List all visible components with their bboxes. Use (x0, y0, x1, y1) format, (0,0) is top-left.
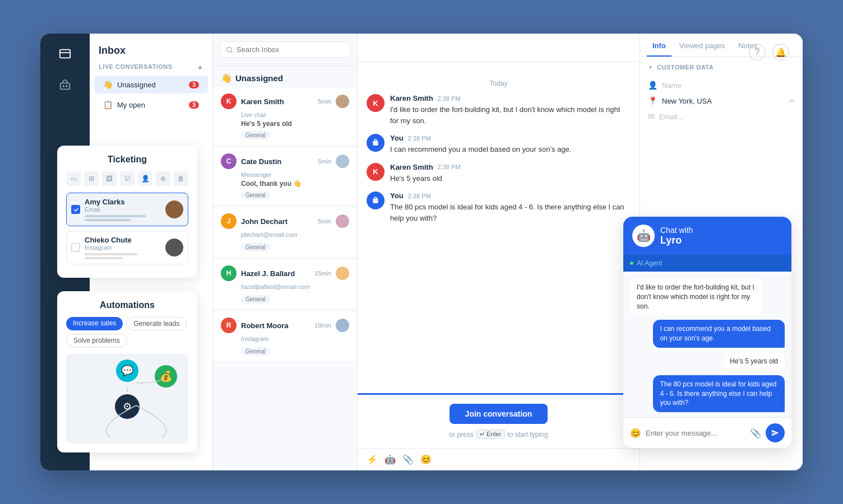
search-input[interactable] (237, 45, 344, 54)
chat-time-2: 2:38 PM (408, 135, 431, 142)
ticket-name-1: Amy Clarks (85, 198, 161, 206)
conv-time-5: 18min (314, 322, 331, 329)
header-icons: ? 🔔 (749, 44, 789, 60)
conv-item-5[interactable]: R Robert Moora 18min Instagram General (213, 312, 357, 362)
conv-tag-4: General (241, 295, 270, 304)
ticket-avatar-1 (165, 200, 183, 218)
conv-tag-5: General (241, 347, 270, 356)
ticket-tool-1[interactable]: ▭ (66, 171, 81, 186)
conv-source-4: hazeljballard@email.com (221, 283, 349, 290)
notification-button[interactable]: 🔔 (772, 44, 789, 60)
ticket-tool-2[interactable]: ⊞ (84, 171, 99, 186)
chat-avatar-1: K (367, 94, 385, 112)
chat-toolbar: ⚡ 🤖 📎 😊 (358, 448, 640, 470)
svg-rect-1 (61, 83, 70, 89)
tab-info[interactable]: Info (647, 34, 671, 57)
lyro-widget: 🤖 Chat with Lyro AI Agent I'd like to or… (623, 217, 791, 448)
my-open-label: My open (117, 101, 184, 109)
chat-text-3: He's 5 years old (390, 173, 461, 184)
attachment-icon[interactable]: 📎 (402, 454, 414, 465)
main-container: Inbox LIVE CONVERSATIONS ▲ 👋 Unassigned … (40, 34, 803, 470)
conv-item-2[interactable]: C Cate Dustin 5min Messenger Cool, thank… (213, 148, 357, 206)
conv-item-1[interactable]: K Karen Smith 5min Live chat He's 5 year… (213, 88, 357, 146)
person-icon: 👤 (648, 81, 657, 90)
conv-source-3: jdechart@email.com (221, 231, 349, 238)
ticketing-title: Ticketing (66, 155, 188, 165)
lyro-input-area: 😊 📎 (623, 417, 791, 448)
ticket-checkbox-2 (71, 243, 80, 252)
conv-user-avatar-2 (336, 155, 349, 168)
automations-card: Automations Increase sales Generate lead… (57, 291, 197, 452)
svg-rect-0 (60, 50, 70, 58)
conv-tag-3: General (241, 243, 270, 251)
search-area (213, 34, 357, 66)
location-icon: 📍 (648, 96, 657, 105)
automations-title: Automations (66, 300, 188, 310)
conv-item-3[interactable]: J John Dechart 5min jdechart@email.com G… (213, 208, 357, 258)
chat-sender-2: You (390, 134, 404, 142)
conv-avatar-1: K (221, 94, 237, 109)
tag-solve-problems[interactable]: Solve problems (66, 334, 127, 347)
tag-increase-sales[interactable]: Increase sales (66, 317, 123, 330)
ticket-source-2: Instagram (85, 244, 161, 251)
bot-toolbar-icon[interactable]: 🤖 (385, 454, 396, 465)
chat-msg-4: You 2:38 PM The 80 pcs model is ideal fo… (367, 192, 631, 223)
lyro-emoji-icon[interactable]: 😊 (630, 428, 641, 438)
conv-message-2: Cool, thank you 👋 (221, 180, 349, 188)
conversations-title: Unassigned (235, 73, 283, 83)
ticket-checkbox-1 (71, 205, 80, 214)
ticket-item-2[interactable]: Chieko Chute Instagram (66, 231, 188, 264)
conv-user-avatar-3 (336, 214, 349, 228)
conv-name-1: Karen Smith (241, 97, 313, 106)
lyro-send-button[interactable] (766, 423, 785, 442)
lyro-message-input[interactable] (646, 429, 745, 437)
conv-user-avatar-5 (336, 319, 349, 332)
inbox-icon[interactable] (54, 43, 76, 65)
edit-location-icon[interactable]: ✏ (789, 97, 795, 105)
unassigned-badge: 3 (189, 81, 199, 88)
chat-text-2: I can recommend you a model based on you… (390, 144, 571, 155)
live-conversations-label: LIVE CONVERSATIONS ▲ (90, 63, 212, 74)
inbox-title: Inbox (90, 34, 212, 63)
nav-my-open[interactable]: 📋 My open 3 (94, 96, 208, 114)
ticket-item-1[interactable]: Amy Clarks Email (66, 193, 188, 226)
ticket-tool-3[interactable]: 🖼 (102, 171, 117, 186)
customer-location-field: 📍 New York, USA ✏ (648, 93, 795, 109)
search-icon (226, 46, 233, 54)
automation-tags: Increase sales Generate leads Solve prob… (66, 317, 188, 347)
conv-message-1: He's 5 years old (221, 120, 349, 128)
chat-msg-2: You 2:38 PM I can recommend you a model … (367, 134, 631, 155)
enter-key: ↵ Enter (476, 430, 505, 439)
search-box (220, 41, 350, 58)
lyro-avatar: 🤖 (632, 225, 655, 247)
ticket-tool-5[interactable]: 👤 (138, 171, 152, 186)
chat-sender-4: You (390, 192, 404, 200)
ticket-tool-7[interactable]: 🗑 (174, 171, 188, 186)
customer-name-field: 👤 Name (648, 77, 795, 93)
lyro-agent-label: AI Agent (637, 259, 662, 267)
join-conversation-button[interactable]: Join conversation (450, 404, 548, 424)
ticket-tool-4[interactable]: ☑ (120, 171, 135, 186)
lyro-attachment-icon[interactable]: 📎 (750, 428, 761, 438)
nav-unassigned[interactable]: 👋 Unassigned 3 (94, 76, 208, 94)
conversations-list: 👋 Unassigned K Karen Smith 5min Live cha… (213, 34, 358, 470)
chat-msg-1: K Karen Smith 2:38 PM I'd like to order … (367, 94, 631, 126)
conv-item-4[interactable]: H Hazel J. Ballard 15min hazeljballard@e… (213, 260, 357, 310)
chat-avatar-3: K (367, 163, 385, 181)
chat-header (358, 34, 640, 62)
tag-generate-leads[interactable]: Generate leads (126, 317, 187, 330)
ticket-name-2: Chieko Chute (85, 236, 161, 244)
press-enter-hint: or press ↵ Enter to start typing (450, 430, 548, 439)
emoji-icon[interactable]: 😊 (420, 454, 432, 465)
tab-viewed-pages[interactable]: Viewed pages (674, 34, 730, 57)
lyro-header: 🤖 Chat with Lyro (623, 217, 791, 255)
diag-svg (66, 354, 188, 444)
svg-point-2 (63, 86, 64, 87)
bot-icon[interactable] (54, 74, 76, 96)
chevron-right-icon (648, 64, 654, 70)
lyro-msg-3: He's 5 years old (723, 352, 785, 371)
conversations-header: 👋 Unassigned (213, 66, 357, 88)
flash-icon[interactable]: ⚡ (367, 454, 378, 465)
ticket-tool-6[interactable]: ⊕ (156, 171, 170, 186)
help-button[interactable]: ? (749, 44, 766, 60)
